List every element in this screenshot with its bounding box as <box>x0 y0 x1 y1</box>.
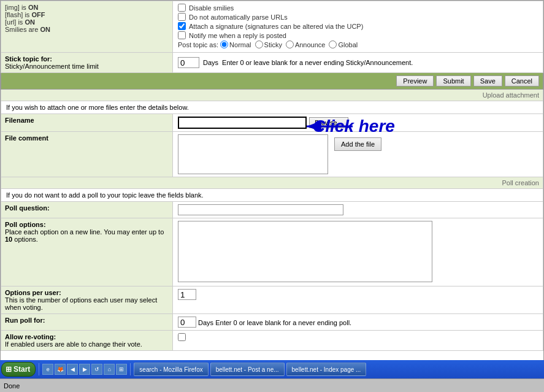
poll-question-input[interactable] <box>178 204 343 215</box>
firefox-icon[interactable]: 🦊 <box>55 364 66 373</box>
img-status: ON <box>28 4 39 11</box>
no-parse-urls-checkbox[interactable] <box>178 13 186 21</box>
run-poll-unit: Days <box>198 319 213 326</box>
stick-days-unit: Days <box>203 59 218 66</box>
windows-icon: ⊞ <box>6 365 12 373</box>
windows-logo[interactable]: ⊞ <box>116 364 127 373</box>
poll-question-value <box>172 202 543 218</box>
poll-section-header: Poll creation <box>1 177 543 189</box>
file-comment-textarea[interactable] <box>178 134 328 174</box>
filename-row: Filename Browse... <box>1 114 543 132</box>
allow-revoting-checkbox[interactable] <box>178 333 186 341</box>
taskbar-index-label: bellett.net - Index page ... <box>292 366 361 373</box>
bb-codes-info: [img] is ON [flash] is OFF [url] is ON S… <box>1 1 172 53</box>
allow-revoting-label: Allow re-voting: If enabled users are ab… <box>1 331 172 351</box>
preview-button[interactable]: Preview <box>396 75 434 86</box>
run-poll-desc: Enter 0 or leave blank for a never endin… <box>215 319 351 326</box>
home-icon[interactable]: ⌂ <box>104 364 115 373</box>
stick-topic-label: Stick topic for: Sticky/Announcement tim… <box>1 53 172 73</box>
post-type-normal-label: Normal <box>229 41 251 48</box>
post-type-global-radio[interactable] <box>329 40 337 48</box>
notify-reply-checkbox[interactable] <box>178 31 186 39</box>
refresh-icon[interactable]: ↺ <box>91 364 102 373</box>
post-type-announce-radio[interactable] <box>286 40 294 48</box>
post-options: Disable smilies Do not automatically par… <box>172 1 543 53</box>
stick-days-desc: Enter 0 or leave blank for a never endin… <box>222 59 413 66</box>
disable-smilies-checkbox[interactable] <box>178 4 186 12</box>
nav-icon-2[interactable]: ▶ <box>79 364 90 373</box>
taskbar-post-button[interactable]: bellett.net - Post a ne... <box>210 363 285 373</box>
attach-signature-label: Attach a signature (signatures can be al… <box>189 23 363 30</box>
taskbar-divider-1 <box>39 363 39 373</box>
poll-info-bar: If you do not want to add a poll to your… <box>1 189 543 202</box>
options-per-user-row: Options per user: This is the number of … <box>1 286 543 314</box>
quick-launch: e 🦊 ◀ ▶ ↺ ⌂ ⊞ <box>42 364 127 373</box>
poll-options-label: Poll options: Place each option on a new… <box>1 218 172 286</box>
taskbar-post-label: bellett.net - Post a ne... <box>216 366 279 373</box>
taskbar: ⊞ search - Mozilla Firefox Start e 🦊 ◀ ▶… <box>0 360 544 373</box>
stick-days-input[interactable] <box>178 57 199 68</box>
post-type-normal-radio[interactable] <box>220 40 228 48</box>
poll-options-row: Poll options: Place each option on a new… <box>1 218 543 286</box>
ie-icon[interactable]: e <box>42 364 53 373</box>
poll-question-row: Poll question: <box>1 202 543 218</box>
post-type-sticky-radio[interactable] <box>255 40 263 48</box>
options-per-user-label: Options per user: This is the number of … <box>1 286 172 314</box>
stick-topic-value: Days Enter 0 or leave blank for a never … <box>172 53 543 73</box>
filename-label: Filename <box>1 114 172 132</box>
taskbar-firefox-button[interactable]: search - Mozilla Firefox <box>134 363 208 373</box>
no-parse-urls-label: Do not automatically parse URLs <box>189 13 288 21</box>
start-button[interactable]: ⊞ search - Mozilla Firefox Start <box>1 362 36 373</box>
filename-input[interactable] <box>178 117 307 129</box>
attach-signature-checkbox[interactable] <box>178 22 186 30</box>
browse-button[interactable]: Browse... <box>309 117 348 128</box>
allow-revoting-value <box>172 331 543 351</box>
poll-options-value <box>172 218 543 286</box>
file-comment-value: Add the file <box>172 132 543 177</box>
post-topic-label: Post topic as: <box>178 41 218 48</box>
nav-icon-1[interactable]: ◀ <box>67 364 78 373</box>
save-button[interactable]: Save <box>473 75 502 86</box>
poll-question-label: Poll question: <box>1 202 172 218</box>
disable-smilies-label: Disable smilies <box>189 4 234 12</box>
cancel-button[interactable]: Cancel <box>505 75 539 86</box>
taskbar-index-button[interactable]: bellett.net - Index page ... <box>286 363 367 373</box>
file-comment-label: File comment <box>1 132 172 177</box>
flash-status: OFF <box>31 11 45 18</box>
file-comment-row: File comment Add the file <box>1 132 543 177</box>
post-type-global-label: Global <box>338 41 358 48</box>
run-poll-value: Days Enter 0 or leave blank for a never … <box>172 314 543 331</box>
smilies-status: ON <box>40 26 50 33</box>
post-type-sticky-label: Sticky <box>264 41 282 48</box>
allow-revoting-row: Allow re-voting: If enabled users are ab… <box>1 331 543 351</box>
run-poll-row: Run poll for: Days Enter 0 or leave blan… <box>1 314 543 331</box>
taskbar-firefox-label: search - Mozilla Firefox <box>139 366 202 373</box>
action-button-bar: Preview Submit Save Cancel <box>1 73 543 90</box>
add-file-button[interactable]: Add the file <box>334 137 381 151</box>
notify-reply-label: Notify me when a reply is posted <box>189 32 286 39</box>
poll-options-textarea[interactable] <box>178 221 432 282</box>
filename-value: Browse... <box>172 114 543 132</box>
taskbar-divider-2 <box>130 363 131 373</box>
submit-button[interactable]: Submit <box>436 75 470 86</box>
run-poll-label: Run poll for: <box>1 314 172 331</box>
upload-info-bar: If you wish to attach one or more files … <box>1 101 543 114</box>
run-poll-input[interactable] <box>178 317 196 328</box>
options-per-user-input[interactable] <box>178 289 196 300</box>
upload-section-header: Upload attachment <box>1 90 543 101</box>
options-per-user-value <box>172 286 543 314</box>
url-status: ON <box>25 18 35 26</box>
post-type-announce-label: Announce <box>295 41 326 48</box>
